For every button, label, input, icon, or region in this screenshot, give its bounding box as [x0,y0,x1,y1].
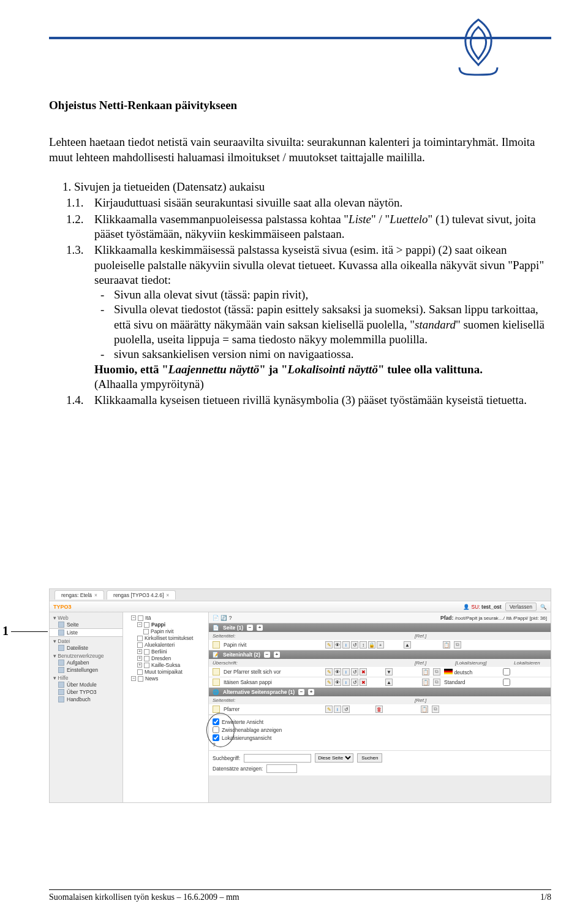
delete-icon[interactable]: ✖ [360,679,367,686]
content-icon [213,679,220,686]
module-seite[interactable]: Seite [50,621,123,628]
clipboard-icon[interactable]: 📋 [443,641,450,649]
new-icon[interactable]: + [377,641,384,649]
up-icon[interactable]: ▲ [404,641,411,649]
lang-icon [213,706,220,713]
close-icon[interactable]: × [94,592,97,598]
delete-icon[interactable]: 🗑 [375,706,383,713]
up-icon[interactable]: ▲ [385,679,393,686]
plus-icon[interactable]: + [137,649,142,654]
module-uber-module[interactable]: Über Module [50,681,123,688]
hide-icon[interactable]: 👁 [334,641,341,649]
localize-checkbox[interactable] [503,679,510,686]
new-record-icon[interactable]: 📄 [213,615,219,621]
copy-icon[interactable]: ⧉ [433,668,440,675]
clipboard-icon[interactable]: 📋 [422,668,429,675]
tree-node-kaille[interactable]: +Kaille-Suksa [125,662,206,669]
tree-node-papin-rivit[interactable]: Papin rivit [125,628,206,635]
info-icon[interactable]: i [334,706,341,713]
collapse-icon[interactable]: − [298,689,304,695]
module-liste[interactable]: Liste [50,628,123,637]
page-icon [137,642,143,648]
checkbox[interactable] [213,726,219,733]
expand-icon[interactable]: + [257,625,263,631]
opt-lokalisierung[interactable]: Lokalisierungsansicht [213,734,547,742]
opt-zwischenablage[interactable]: Zwischenablage anzeigen [213,726,547,734]
group-tools[interactable]: ▾ Benutzerwerkzeuge [50,652,123,659]
delete-icon[interactable]: ✖ [360,668,367,675]
tree-node-berliini[interactable]: +Berliini [125,649,206,655]
tree-node-muut[interactable]: Muut toimipaikat [125,669,206,675]
record-itaisen-saksan[interactable]: Itäisen Saksan pappi ✎👁i↺✖ ▲ 📋⧉ Standard [209,677,551,688]
su-indicator: 👤 SU: test_ost [463,604,502,610]
clipboard-icon[interactable]: 📋 [421,706,428,713]
info-icon[interactable]: i [342,668,350,675]
down-icon[interactable]: ▼ [385,668,393,675]
localize-checkbox[interactable] [503,668,510,675]
group-hilfe[interactable]: ▾ Hilfe [50,674,123,681]
page-icon [213,641,220,649]
list-search: Suchbegriff:Diese SeiteSuchen Datensätze… [209,750,551,775]
list-icon [58,630,64,636]
copy-icon[interactable]: ⧉ [432,706,439,713]
search-button[interactable]: Suchen [357,753,382,763]
edit-icon[interactable]: ✎ [325,679,333,686]
tree-node-news[interactable]: −News [125,675,206,682]
edit-icon[interactable]: ✎ [325,641,333,649]
history-icon[interactable]: ↺ [351,668,358,675]
history-icon[interactable]: ↺ [351,641,358,649]
minus-icon[interactable]: − [131,676,136,681]
help-icon[interactable]: ? [229,615,232,621]
module-dateiliste[interactable]: Dateiliste [50,644,123,652]
group-datei[interactable]: ▾ Datei [50,637,123,644]
collapse-icon[interactable]: − [264,652,270,658]
browser-tab-2[interactable]: rengas [TYPO3 4.2.6]× [107,590,176,599]
info-icon[interactable]: i [342,679,350,686]
tree-node-pappi[interactable]: −Pappi [125,622,206,628]
copy-icon[interactable]: ⧉ [433,679,440,686]
close-icon[interactable]: × [166,592,169,598]
tree-node-dresden[interactable]: +Dresden [125,655,206,662]
search-input[interactable] [244,754,311,763]
record-pfarrer-stellt[interactable]: Der Pfarrer stellt sich vor ✎👁i↺✖ ▼ 📋⧉ d… [209,667,551,677]
search-icon[interactable]: 🔍 [540,604,547,610]
records-count-input[interactable] [266,764,297,773]
scope-select[interactable]: Diese Seite [315,753,353,763]
history-icon[interactable]: ↺ [351,679,358,686]
minus-icon[interactable]: − [131,615,136,620]
browser-tab-1[interactable]: rengas: Etelä× [55,590,104,599]
hide-icon[interactable]: 👁 [334,668,341,675]
info-icon[interactable]: i [342,641,350,649]
hide-icon[interactable]: 👁 [334,679,341,686]
list-toolbar: 📄 🔄 ? Pfad: /root/Papit ja seurak…/ Itä … [209,612,551,623]
opt-erweiterte[interactable]: Erweiterte Ansicht [213,718,547,726]
clipboard-icon[interactable]: 📋 [422,679,429,686]
tree-node-aluekalenteri[interactable]: Aluekalenteri [125,642,206,649]
module-uber-typo3[interactable]: Über TYPO3 [50,688,123,696]
module-einstellungen[interactable]: Einstellungen [50,666,123,674]
checkbox[interactable] [213,734,219,741]
record-pfarrer[interactable]: Pfarrer ✎i↺ 🗑 📋⧉ [209,704,551,715]
module-handbuch[interactable]: Handbuch [50,696,123,703]
help-icon[interactable]: ? [213,742,216,748]
tree-node-kirkolliset[interactable]: Kirkolliset toimitukset [125,635,206,642]
collapse-icon[interactable]: − [247,625,253,631]
minus-icon[interactable]: − [137,622,142,627]
move-icon[interactable]: ↕ [360,641,367,649]
checkbox[interactable] [213,718,219,725]
edit-icon[interactable]: ✎ [325,668,333,675]
expand-icon[interactable]: + [274,652,280,658]
module-aufgaben[interactable]: Aufgaben [50,659,123,666]
logout-button[interactable]: Verlassen [505,603,537,611]
plus-icon[interactable]: + [137,663,142,668]
perms-icon[interactable]: 🔒 [368,641,375,649]
edit-icon[interactable]: ✎ [325,706,333,713]
copy-icon[interactable]: ⧉ [454,641,461,649]
expand-icon[interactable]: + [308,689,314,695]
tree-node-ita[interactable]: −Itä [125,615,206,622]
group-web[interactable]: ▾ Web [50,614,123,621]
plus-icon[interactable]: + [137,656,142,661]
history-icon[interactable]: ↺ [342,706,350,713]
record-papin-rivit[interactable]: Papin rivit ✎👁i↺↕🔒+ ▲ 📋⧉ [209,640,551,650]
reload-icon[interactable]: 🔄 [221,615,227,621]
